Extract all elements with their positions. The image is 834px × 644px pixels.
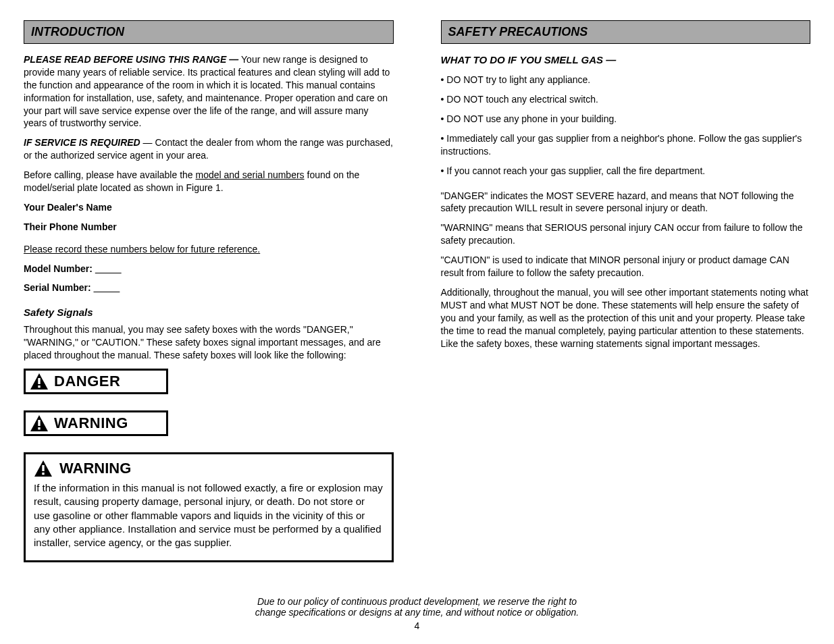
section-header-safety: SAFETY PRECAUTIONS — [441, 20, 811, 44]
alert-triangle-icon — [34, 460, 53, 477]
left-column: INTRODUCTION PLEASE READ BEFORE USING TH… — [24, 20, 394, 572]
intro-lead: PLEASE READ BEFORE USING THIS RANGE — — [24, 54, 241, 65]
warning-large-label: WARNING — [59, 460, 131, 477]
svg-rect-5 — [38, 427, 40, 429]
gas-bullet-1: • DO NOT try to light any appliance. — [441, 74, 811, 86]
warning-label: WARNING — [54, 414, 128, 432]
right-column: SAFETY PRECAUTIONS WHAT TO DO IF YOU SME… — [441, 20, 811, 572]
footer-line-2: change specifications or designs at any … — [24, 607, 810, 618]
dealer-phone-label: Their Phone Number — [24, 221, 394, 234]
svg-rect-8 — [42, 473, 44, 475]
service-paragraph-1: IF SERVICE IS REQUIRED — Contact the dea… — [24, 136, 394, 162]
page-number: 4 — [24, 620, 810, 631]
service-body-2b: model and serial numbers — [196, 169, 305, 180]
warning-box-large: WARNING If the information in this manua… — [24, 452, 394, 562]
danger-label: DANGER — [54, 373, 120, 390]
record-line: Please record these numbers below for fu… — [24, 244, 260, 254]
svg-rect-7 — [42, 465, 44, 471]
dealer-name-label: Your Dealer's Name — [24, 201, 394, 214]
gas-bullet-4: • Immediately call your gas supplier fro… — [441, 132, 811, 158]
service-lead: IF SERVICE IS REQUIRED — [24, 137, 143, 148]
danger-explanation: "DANGER" indicates the MOST SEVERE hazar… — [441, 190, 811, 215]
warning-large-body: If the information in this manual is not… — [34, 481, 384, 549]
service-paragraph-2: Before calling, please have available th… — [24, 169, 394, 194]
warning-box-small: WARNING — [24, 410, 168, 436]
gas-bullet-5: • If you cannot reach your gas supplier,… — [441, 165, 811, 178]
svg-rect-4 — [38, 420, 40, 426]
serial-number-label: Serial Number: — [24, 281, 394, 294]
svg-rect-2 — [38, 385, 40, 387]
safety-signals-body: Throughout this manual, you may see safe… — [24, 323, 394, 362]
intro-body: Your new range is designed to provide ma… — [24, 54, 390, 128]
caution-explanation: "CAUTION" is used to indicate that MINOR… — [441, 254, 811, 279]
gas-bullet-3: • DO NOT use any phone in your building. — [441, 113, 811, 126]
safety-signals-heading: Safety Signals — [24, 306, 394, 318]
model-number-blank — [95, 263, 122, 274]
service-body-2a: Before calling, please have available th… — [24, 169, 196, 180]
smell-gas-heading: WHAT TO DO IF YOU SMELL GAS — — [441, 53, 811, 67]
model-number-label: Model Number: — [24, 263, 394, 275]
intro-paragraph: PLEASE READ BEFORE USING THIS RANGE — Yo… — [24, 53, 394, 130]
footer-line-1: Due to our policy of continuous product … — [24, 596, 810, 607]
section-header-introduction: INTRODUCTION — [24, 20, 394, 44]
gas-bullet-2: • DO NOT touch any electrical switch. — [441, 93, 811, 106]
serial-number-blank — [93, 282, 120, 293]
svg-rect-1 — [38, 378, 40, 384]
danger-box-small: DANGER — [24, 369, 168, 394]
alert-triangle-icon — [30, 373, 49, 390]
additional-notes: Additionally, throughout the manual, you… — [441, 286, 811, 350]
record-instruction: Please record these numbers below for fu… — [24, 243, 394, 256]
warning-explanation: "WARNING" means that SERIOUS personal in… — [441, 221, 811, 247]
alert-triangle-icon — [30, 414, 49, 432]
